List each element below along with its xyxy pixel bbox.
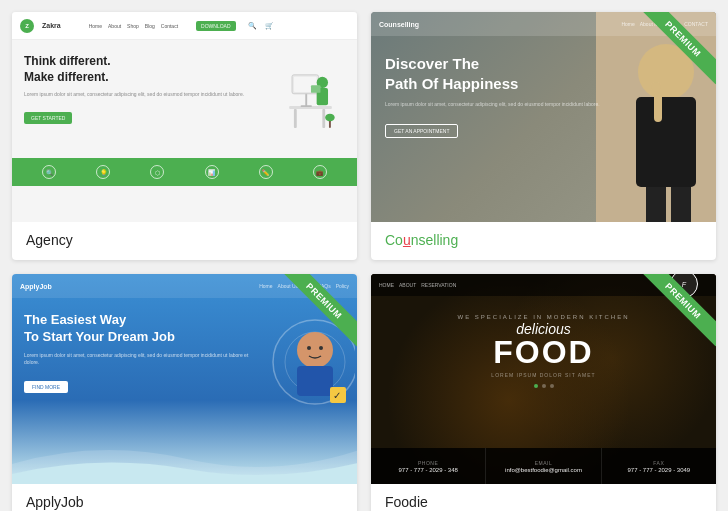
nav-home: Home bbox=[259, 283, 272, 289]
applyjob-heading: The Easiest Way To Start Your Dream Job bbox=[24, 312, 255, 346]
search-icon: 🔍 bbox=[248, 22, 257, 30]
svg-rect-1 bbox=[293, 109, 296, 128]
applyjob-cta-btn: FIND MORE bbox=[24, 381, 68, 393]
premium-badge-container: PREMIUM bbox=[636, 12, 716, 92]
counselling-label-start: Co bbox=[385, 232, 403, 248]
svg-rect-22 bbox=[297, 366, 333, 396]
food-dots bbox=[383, 384, 704, 388]
nav-link-shop: Shop bbox=[127, 23, 139, 29]
agency-text-block: Think different. Make different. Lorem i… bbox=[24, 54, 267, 144]
food-footer-email: EMAIL info@bestfoodie@gmail.com bbox=[486, 448, 601, 484]
food-footer-phone: PHONE 977 - 777 - 2029 - 348 bbox=[371, 448, 486, 484]
applyjob-premium-badge: PREMIUM bbox=[279, 274, 357, 346]
food-fax-value: 977 - 777 - 2029 - 3049 bbox=[627, 467, 690, 473]
applyjob-para: Lorem ipsum dolor sit amet, consectetur … bbox=[24, 352, 255, 367]
agency-illustration bbox=[275, 54, 345, 144]
food-premium-badge: PREMIUM bbox=[638, 274, 716, 346]
agency-nav-download-btn: DOWNLOAD bbox=[196, 21, 235, 31]
footer-icon-1: 🔍 bbox=[42, 165, 56, 179]
nav-about: ABOUT bbox=[399, 282, 416, 288]
svg-rect-2 bbox=[322, 109, 325, 128]
food-footer-bar: PHONE 977 - 777 - 2029 - 348 EMAIL info@… bbox=[371, 448, 716, 484]
footer-icon-6: 💼 bbox=[313, 165, 327, 179]
nav-link-contact: Contact bbox=[161, 23, 178, 29]
food-nav-links: HOME ABOUT RESERVATION bbox=[379, 282, 456, 288]
counselling-label: Counselling bbox=[371, 222, 716, 260]
nav-home: Home bbox=[621, 21, 634, 27]
applyjob-label: ApplyJob bbox=[12, 484, 357, 511]
footer-icon-4: 📊 bbox=[205, 165, 219, 179]
cart-icon: 🛒 bbox=[265, 22, 274, 30]
counselling-preview: Counselling Home About Me JUNE CONTACT D… bbox=[371, 12, 716, 222]
svg-rect-16 bbox=[671, 187, 691, 222]
footer-icon-3: ⬡ bbox=[150, 165, 164, 179]
svg-rect-10 bbox=[328, 120, 330, 128]
svg-rect-15 bbox=[646, 187, 666, 222]
counselling-card[interactable]: Counselling Home About Me JUNE CONTACT D… bbox=[371, 12, 716, 260]
applyjob-logo: ApplyJob bbox=[20, 283, 52, 290]
agency-nav: Z Zakra Home About Shop Blog Contact DOW… bbox=[12, 12, 357, 40]
applyjob-preview: ApplyJob Home About Us Blog FAQs Policy … bbox=[12, 274, 357, 484]
nav-link-home: Home bbox=[89, 23, 102, 29]
agency-logo-icon: Z bbox=[20, 19, 34, 33]
counselling-nav-logo: Counselling bbox=[379, 21, 419, 28]
counselling-label-end: nselling bbox=[411, 232, 458, 248]
food-email-label: EMAIL bbox=[535, 460, 553, 466]
counselling-label-highlight: u bbox=[403, 232, 411, 248]
footer-icon-5: ✏️ bbox=[259, 165, 273, 179]
wave-shape bbox=[12, 434, 357, 484]
footer-icon-2: 💡 bbox=[96, 165, 110, 179]
agency-heading: Think different. Make different. bbox=[24, 54, 267, 85]
agency-nav-links: Home About Shop Blog Contact bbox=[89, 23, 178, 29]
agency-logo-text: Zakra bbox=[42, 22, 61, 29]
agency-footer: 🔍 💡 ⬡ 📊 ✏️ 💼 bbox=[12, 158, 357, 186]
nav-home: HOME bbox=[379, 282, 394, 288]
agency-cta-btn: GET STARTED bbox=[24, 112, 72, 124]
svg-rect-9 bbox=[310, 85, 319, 93]
svg-rect-4 bbox=[300, 105, 311, 107]
counselling-para: Lorem ipsum dolor sit amet, consectetur … bbox=[385, 101, 702, 109]
premium-badge: PREMIUM bbox=[638, 12, 716, 84]
nav-reservation: RESERVATION bbox=[421, 282, 456, 288]
agency-card[interactable]: Z Zakra Home About Shop Blog Contact DOW… bbox=[12, 12, 357, 260]
nav-link-about: About bbox=[108, 23, 121, 29]
applyjob-card[interactable]: ApplyJob Home About Us Blog FAQs Policy … bbox=[12, 274, 357, 511]
food-fax-label: FAX bbox=[653, 460, 664, 466]
nav-link-blog: Blog bbox=[145, 23, 155, 29]
applyjob-premium-badge-container: PREMIUM bbox=[277, 274, 357, 354]
food-email-value: info@bestfoodie@gmail.com bbox=[505, 467, 582, 473]
food-phone-label: PHONE bbox=[418, 460, 438, 466]
svg-text:✓: ✓ bbox=[333, 390, 341, 401]
food-premium-badge-container: PREMIUM bbox=[636, 274, 716, 354]
food-label: Foodie bbox=[371, 484, 716, 511]
counselling-cta-btn: GET AN APPOINTMENT bbox=[385, 124, 458, 138]
agency-preview: Z Zakra Home About Shop Blog Contact DOW… bbox=[12, 12, 357, 222]
cards-grid: Z Zakra Home About Shop Blog Contact DOW… bbox=[12, 12, 716, 511]
food-para: LOREM IPSUM DOLOR SIT AMET bbox=[383, 372, 704, 378]
food-card[interactable]: HOME ABOUT RESERVATION F WE SPECIALIZE I… bbox=[371, 274, 716, 511]
person-illustration bbox=[283, 54, 338, 144]
svg-point-11 bbox=[325, 114, 334, 122]
food-footer-fax: FAX 977 - 777 - 2029 - 3049 bbox=[602, 448, 716, 484]
food-phone-value: 977 - 777 - 2029 - 348 bbox=[398, 467, 457, 473]
agency-body: Think different. Make different. Lorem i… bbox=[12, 40, 357, 158]
applyjob-text: The Easiest Way To Start Your Dream Job … bbox=[24, 312, 255, 426]
agency-para: Lorem ipsum dolor sit amet, consectetur … bbox=[24, 91, 267, 98]
agency-label: Agency bbox=[12, 222, 357, 260]
food-preview: HOME ABOUT RESERVATION F WE SPECIALIZE I… bbox=[371, 274, 716, 484]
